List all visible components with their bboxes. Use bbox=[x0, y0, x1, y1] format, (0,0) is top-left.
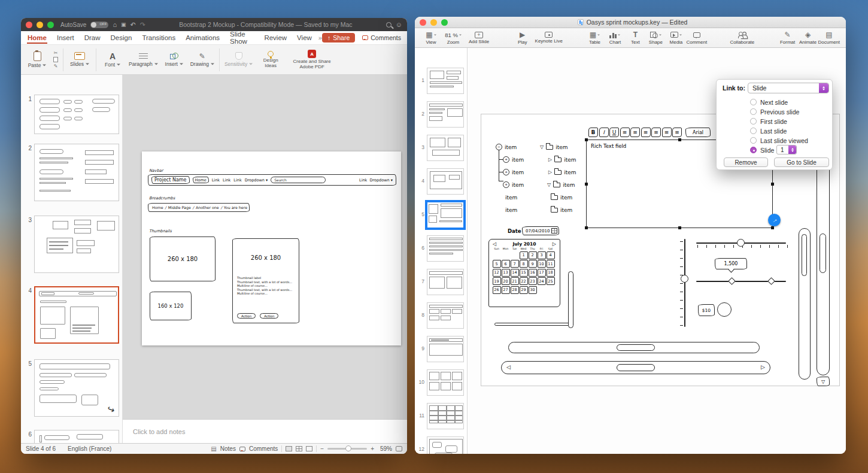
ribbon-tab-slide-show[interactable]: Slide Show bbox=[229, 29, 254, 47]
toolbar-add-slide-button[interactable]: + Add Slide bbox=[465, 29, 493, 47]
toolbar-play-button[interactable]: ▶ Play bbox=[512, 29, 533, 47]
design-ideas-button[interactable]: Design Ideas bbox=[257, 47, 284, 73]
paragraph-button[interactable]: Paragraph bbox=[129, 47, 158, 73]
ribbon-tab-insert[interactable]: Insert bbox=[56, 32, 75, 43]
link-option-first-slide[interactable]: First slide bbox=[750, 117, 787, 126]
radio-icon[interactable] bbox=[750, 128, 757, 134]
resize-handle[interactable] bbox=[585, 138, 588, 141]
ribbon-tab-view[interactable]: View bbox=[296, 32, 312, 43]
ribbon-tab-design[interactable]: Design bbox=[110, 32, 133, 43]
undo-icon[interactable]: ↶ bbox=[130, 22, 136, 28]
ribbon-tab-animations[interactable]: Animations bbox=[185, 32, 220, 43]
link-type-dropdown[interactable]: Slide bbox=[748, 83, 829, 93]
save-icon[interactable]: ▣ bbox=[121, 22, 126, 28]
toolbar-comment-button[interactable]: Comment bbox=[686, 29, 707, 47]
remove-link-button[interactable]: Remove bbox=[724, 157, 768, 167]
toolbar-view-button[interactable]: ▦ View bbox=[421, 29, 441, 47]
drawing-button[interactable]: ✎ Drawing bbox=[190, 47, 214, 73]
toolbar-zoom-control[interactable]: 81 % Zoom bbox=[441, 29, 465, 47]
slide-thumbnail-7[interactable] bbox=[427, 269, 464, 295]
toolbar-document-button[interactable]: ▤ Document bbox=[818, 29, 840, 47]
toolbar-collaborate-button[interactable]: Collaborate bbox=[727, 29, 758, 47]
zoom-slider[interactable] bbox=[327, 448, 367, 450]
slide-thumbnail-5[interactable] bbox=[427, 202, 464, 228]
radio-icon[interactable] bbox=[750, 137, 757, 144]
slide-thumbnail-5[interactable]: ↪ bbox=[34, 359, 119, 417]
toolbar-media-button[interactable]: Media bbox=[666, 29, 686, 47]
close-button[interactable] bbox=[420, 19, 426, 26]
search-icon[interactable] bbox=[386, 22, 391, 28]
close-button[interactable] bbox=[26, 22, 32, 28]
adobe-pdf-button[interactable]: A Create and Share Adobe PDF bbox=[289, 47, 335, 73]
slide-thumbnail-6[interactable] bbox=[34, 430, 119, 443]
slides-button[interactable]: Slides bbox=[68, 47, 91, 73]
minimize-button[interactable] bbox=[37, 22, 43, 28]
resize-handle[interactable] bbox=[771, 183, 774, 186]
slide-thumbnail-2[interactable] bbox=[34, 144, 119, 201]
comments-toggle[interactable]: Comments bbox=[249, 445, 278, 452]
zoom-in-icon[interactable]: + bbox=[371, 445, 374, 452]
font-button[interactable]: A Font bbox=[101, 47, 124, 73]
slide-thumbnail-6[interactable] bbox=[427, 235, 464, 262]
zoom-level[interactable]: 59% bbox=[380, 445, 392, 452]
format-painter-icon[interactable]: ✎ bbox=[54, 63, 58, 69]
radio-icon[interactable] bbox=[750, 118, 757, 125]
slide-thumbnail-1[interactable] bbox=[427, 68, 464, 94]
slide-thumbnail-3[interactable] bbox=[427, 135, 464, 161]
zoom-window-button[interactable] bbox=[441, 19, 448, 26]
autosave-toggle[interactable]: OFF bbox=[90, 22, 108, 28]
slide-sorter-icon[interactable] bbox=[296, 446, 302, 451]
link-option-previous-slide[interactable]: Previous slide bbox=[750, 107, 799, 116]
slide-thumbnail-1[interactable] bbox=[34, 95, 119, 134]
language-indicator[interactable]: English (France) bbox=[68, 445, 111, 452]
link-option-slide[interactable]: Slide1 bbox=[750, 145, 774, 154]
slide-thumbnail-9[interactable] bbox=[427, 336, 464, 362]
resize-handle[interactable] bbox=[585, 226, 588, 229]
slide-thumbnail-12[interactable] bbox=[427, 436, 464, 454]
toolbar-animate-button[interactable]: ◈ Animate bbox=[798, 29, 818, 47]
toolbar-table-button[interactable]: ▦ Table bbox=[584, 29, 605, 47]
account-smiley-icon[interactable]: ☺ bbox=[396, 22, 402, 28]
insert-button[interactable]: Insert bbox=[163, 47, 186, 73]
zoom-window-button[interactable] bbox=[47, 22, 54, 28]
comments-button[interactable]: Comments bbox=[362, 34, 401, 41]
paste-button[interactable]: Paste bbox=[26, 47, 48, 73]
resize-handle[interactable] bbox=[678, 226, 681, 229]
slide-thumbnail-10[interactable] bbox=[427, 369, 464, 396]
copy-icon[interactable] bbox=[53, 57, 58, 62]
slide-thumbnail-11[interactable] bbox=[427, 403, 464, 429]
current-slide-canvas[interactable]: Navbar Project Name Home Link Link Link … bbox=[142, 151, 401, 345]
normal-view-icon[interactable] bbox=[286, 446, 292, 451]
toolbar-shape-button[interactable]: Shape bbox=[645, 29, 666, 47]
notes-toggle[interactable]: Notes bbox=[220, 445, 236, 452]
sensitivity-button[interactable]: Sensitivity bbox=[224, 47, 253, 73]
slide-thumbnail-4[interactable] bbox=[427, 168, 464, 195]
go-to-slide-button[interactable]: Go to Slide bbox=[774, 157, 829, 167]
slideshow-view-icon[interactable] bbox=[306, 446, 312, 451]
radio-icon[interactable] bbox=[750, 147, 757, 153]
slide-thumbnail-8[interactable] bbox=[427, 302, 464, 329]
link-option-last-slide-viewed[interactable]: Last slide viewed bbox=[750, 136, 808, 145]
ribbon-tab-transitions[interactable]: Transitions bbox=[141, 32, 176, 43]
slide-number-stepper[interactable]: 1 bbox=[776, 145, 797, 154]
slide-thumbnail-2[interactable] bbox=[427, 101, 464, 128]
link-option-last-slide[interactable]: Last slide bbox=[750, 126, 787, 135]
ribbon-tab-home[interactable]: Home bbox=[27, 32, 47, 43]
slide-thumbnail-4[interactable] bbox=[34, 286, 119, 344]
toolbar-text-button[interactable]: T Text bbox=[625, 29, 645, 47]
ribbon-tab-draw[interactable]: Draw bbox=[84, 32, 101, 43]
resize-handle[interactable] bbox=[585, 183, 588, 186]
slide-thumbnail-3[interactable] bbox=[34, 216, 119, 273]
hyperlink-badge-icon[interactable]: → bbox=[768, 214, 781, 226]
zoom-out-icon[interactable]: − bbox=[320, 445, 324, 452]
cut-icon[interactable]: ✂ bbox=[54, 50, 58, 56]
fit-slide-icon[interactable] bbox=[396, 446, 402, 451]
resize-handle[interactable] bbox=[771, 226, 774, 229]
share-button[interactable]: ↑ Share bbox=[322, 33, 355, 43]
link-option-next-slide[interactable]: Next slide bbox=[750, 98, 788, 107]
radio-icon[interactable] bbox=[750, 108, 757, 115]
ribbon-tab-review[interactable]: Review bbox=[263, 32, 287, 43]
toolbar-chart-button[interactable]: Chart bbox=[605, 29, 625, 47]
toolbar-format-button[interactable]: ✎ Format bbox=[778, 29, 798, 47]
radio-icon[interactable] bbox=[750, 99, 757, 105]
